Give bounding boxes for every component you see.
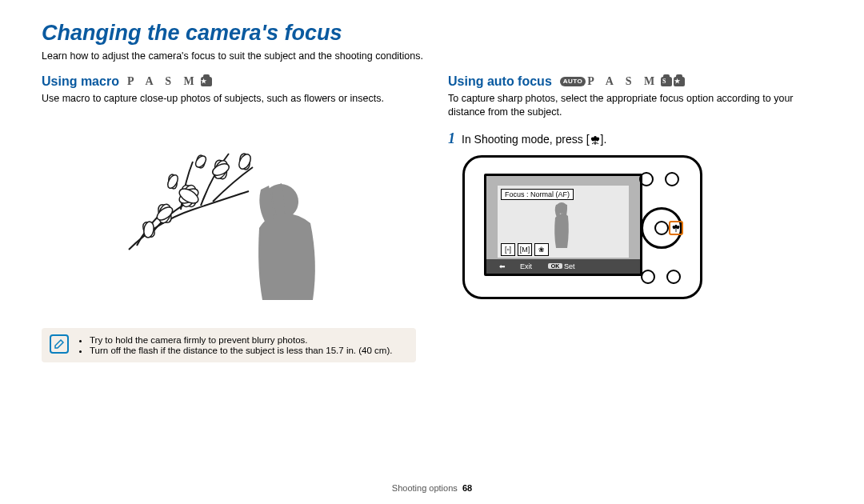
svg-point-15 <box>166 174 180 190</box>
tip-item: Turn off the flash if the distance to th… <box>90 346 408 355</box>
auto-badge: AUTO <box>560 77 586 86</box>
camera-button-bottom-right-2[interactable] <box>641 270 655 284</box>
exit-key-icon: ⬅ <box>486 262 518 270</box>
camera-mode-icon: ★ <box>674 77 685 86</box>
focus-option-af[interactable]: [▫] <box>501 243 515 256</box>
exit-label: Exit <box>520 262 532 270</box>
step-text: In Shooting mode, press []. <box>462 133 606 146</box>
section-title-macro: Using macro <box>42 74 119 89</box>
tip-note-box: Try to hold the camera firmly to prevent… <box>42 328 416 362</box>
focus-option-mf[interactable]: [M] <box>518 243 532 256</box>
autofocus-body: To capture sharp photos, select the appr… <box>448 92 822 119</box>
section-heading-autofocus: Using auto focus AUTO P A S M S ★ <box>448 74 822 89</box>
tip-list: Try to hold the camera firmly to prevent… <box>78 335 408 355</box>
camera-button-bottom-right[interactable] <box>666 270 681 284</box>
content-columns: Using macro P A S M ★ Use macro to captu… <box>42 74 822 362</box>
camera-screen: Focus : Normal (AF) [▫] [M] ❀ ⬅ Exit <box>484 174 642 276</box>
macro-flower-icon <box>590 134 601 146</box>
set-key-icon: OK <box>548 263 562 269</box>
footer-section: Shooting options <box>392 483 458 493</box>
subject-silhouette <box>546 200 578 248</box>
section-heading-macro: Using macro P A S M ★ <box>42 74 416 89</box>
page-intro: Learn how to adjust the camera's focus t… <box>42 50 822 62</box>
camera-illustration: Focus : Normal (AF) [▫] [M] ❀ ⬅ Exit <box>448 155 822 299</box>
mode-icons-macro: P A S M ★ <box>127 75 212 88</box>
camera-body: Focus : Normal (AF) [▫] [M] ❀ ⬅ Exit <box>462 155 702 299</box>
step-text-before: In Shooting mode, press [ <box>462 133 590 146</box>
set-label: Set <box>564 262 575 270</box>
macro-button-highlight[interactable] <box>669 221 683 235</box>
camera-mode-icon: ★ <box>201 77 212 86</box>
focus-option-row: [▫] [M] ❀ <box>501 243 549 256</box>
camera-control-dial[interactable] <box>641 207 682 249</box>
camera-button-top-right-2[interactable] <box>639 172 654 186</box>
camera-button-top-right[interactable] <box>665 172 679 186</box>
macro-illustration <box>42 112 416 316</box>
step-number: 1 <box>448 130 455 147</box>
svg-point-17 <box>194 154 208 170</box>
note-icon <box>50 334 69 354</box>
section-title-autofocus: Using auto focus <box>448 74 552 89</box>
focus-option-macro[interactable]: ❀ <box>534 243 549 256</box>
camera-screen-inner: Focus : Normal (AF) [▫] [M] ❀ <box>498 186 629 258</box>
page-footer: Shooting options 68 <box>0 483 864 493</box>
screen-softkey-bar: ⬅ Exit OK Set <box>486 259 640 274</box>
mode-icons-autofocus: AUTO P A S M S ★ <box>560 75 685 88</box>
macro-body: Use macro to capture close-up photos of … <box>42 92 416 106</box>
mode-letters: P A S M <box>587 75 659 88</box>
page-title: Changing the camera's focus <box>42 21 822 46</box>
left-column: Using macro P A S M ★ Use macro to captu… <box>42 74 416 362</box>
scene-mode-icon: S <box>661 77 672 86</box>
focus-label: Focus : Normal (AF) <box>501 189 574 200</box>
right-column: Using auto focus AUTO P A S M S ★ To cap… <box>448 74 822 362</box>
step-1: 1 In Shooting mode, press []. <box>448 130 822 147</box>
footer-page-number: 68 <box>462 483 472 493</box>
step-text-after: ]. <box>601 133 607 146</box>
tip-item: Try to hold the camera firmly to prevent… <box>90 335 408 345</box>
mode-letters: P A S M <box>127 75 199 88</box>
